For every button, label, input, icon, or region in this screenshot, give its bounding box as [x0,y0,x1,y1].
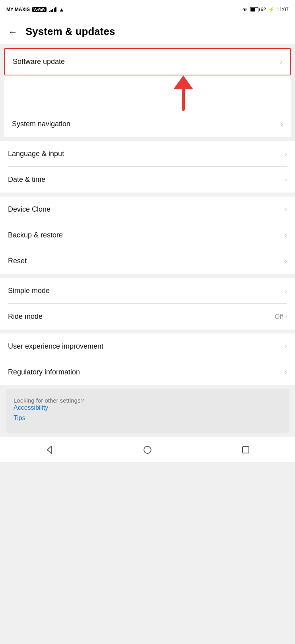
device-clone-right: › [285,205,287,214]
simple-mode-label: Simple mode [8,287,50,295]
wifi-icon: ▲ [59,6,64,13]
time-display: 11:07 [277,7,289,12]
language-input-label: Language & input [8,150,64,158]
regulatory-item[interactable]: Regulatory information › [0,359,295,385]
system-navigation-label: System navigation [12,120,70,128]
battery-icon [250,7,258,12]
chevron-icon: › [285,150,287,158]
section-device-backup: Device Clone › Backup & restore › Reset … [0,197,295,274]
ride-mode-item[interactable]: Ride mode Off › [0,304,295,330]
page-header: ← System & updates [0,19,295,44]
backup-restore-item[interactable]: Backup & restore › [0,222,295,248]
lightning-icon: ⚡ [268,7,274,12]
software-update-label: Software update [13,58,65,66]
software-update-right: › [280,58,282,66]
user-experience-right: › [285,342,287,351]
chevron-icon: › [285,257,287,265]
svg-point-3 [144,446,151,453]
section-modes: Simple mode › Ride mode Off › [0,278,295,330]
simple-mode-right: › [285,287,287,295]
signal-icon [49,7,56,12]
red-arrow-annotation [159,75,207,111]
status-right: 👁 62 ⚡ 11:07 [243,7,289,12]
eye-icon: 👁 [243,7,247,12]
system-navigation-right: › [281,120,283,128]
chevron-icon: › [285,368,287,376]
svg-marker-1 [173,75,193,89]
date-time-right: › [285,175,287,184]
chevron-icon: › [285,205,287,214]
reset-item[interactable]: Reset › [0,248,295,274]
simple-mode-item[interactable]: Simple mode › [0,278,295,304]
device-clone-label: Device Clone [8,205,50,214]
language-input-item[interactable]: Language & input › [0,141,295,167]
software-update-highlighted: Software update › [4,48,291,75]
page-title: System & updates [25,25,115,38]
chevron-icon: › [285,287,287,295]
ride-mode-value: Off [275,313,283,320]
ride-mode-label: Ride mode [8,312,43,321]
other-settings-box: Looking for other settings? Accessibilit… [6,389,289,433]
reset-right: › [285,257,287,265]
backup-restore-right: › [285,231,287,239]
user-experience-item[interactable]: User experience improvement › [0,334,295,359]
other-settings-label: Looking for other settings? [14,397,84,404]
section-system-nav: System navigation › [4,111,291,137]
nav-back-button[interactable] [41,442,57,458]
vowifi-badge: VoWiFi [32,7,47,12]
back-button[interactable]: ← [8,26,17,37]
date-time-label: Date & time [8,175,45,184]
status-bar: MY MAXIS VoWiFi ▲ 👁 62 ⚡ 11:07 [0,0,295,19]
carrier-name: MY MAXIS [6,7,30,12]
software-update-item[interactable]: Software update › [5,49,290,75]
svg-marker-2 [47,446,51,453]
chevron-icon: › [281,120,283,128]
battery-level: 62 [261,7,266,12]
status-left: MY MAXIS VoWiFi ▲ [6,6,64,13]
device-clone-item[interactable]: Device Clone › [0,197,295,222]
chevron-icon: › [285,175,287,184]
ride-mode-right: Off › [275,312,287,321]
nav-home-button[interactable] [140,442,155,458]
chevron-icon: › [285,342,287,351]
nav-recent-button[interactable] [238,442,254,458]
tips-link[interactable]: Tips [14,415,281,422]
language-input-right: › [285,150,287,158]
user-experience-label: User experience improvement [8,342,103,351]
chevron-icon: › [285,312,287,321]
chevron-icon: › [285,231,287,239]
svg-rect-4 [243,447,249,453]
regulatory-right: › [285,368,287,376]
accessibility-link[interactable]: Accessibility [14,404,281,411]
battery-fill [250,8,255,12]
nav-bar [0,437,295,462]
section-language-date: Language & input › Date & time › [0,141,295,193]
date-time-item[interactable]: Date & time › [0,167,295,193]
system-navigation-item[interactable]: System navigation › [4,111,291,137]
regulatory-label: Regulatory information [8,368,80,376]
section-user-regulatory: User experience improvement › Regulatory… [0,334,295,385]
chevron-icon: › [280,58,282,66]
backup-restore-label: Backup & restore [8,231,63,239]
reset-label: Reset [8,257,27,265]
